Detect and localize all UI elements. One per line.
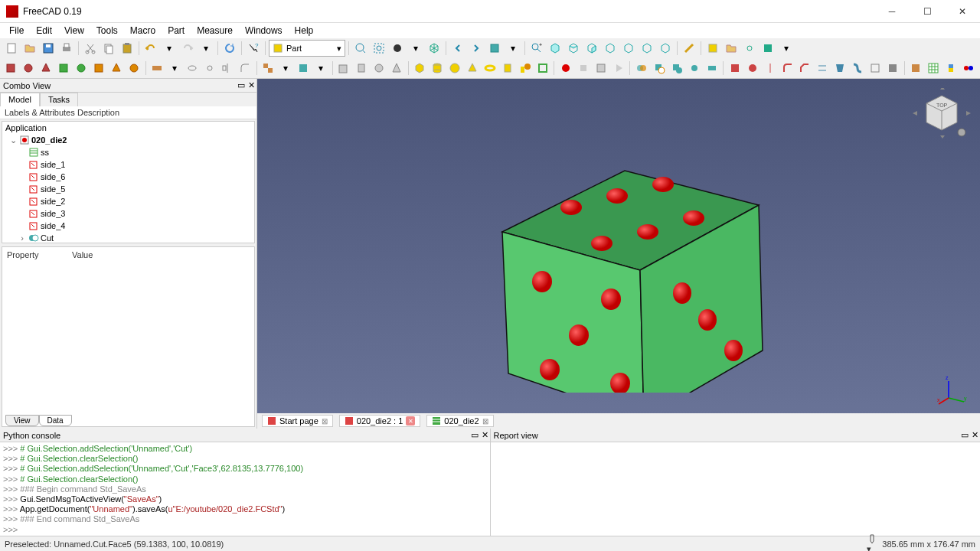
var-set-icon[interactable]	[149, 60, 165, 77]
extrude-icon[interactable]	[185, 60, 201, 77]
nav-forward-icon[interactable]	[468, 40, 485, 57]
tool1-icon[interactable]	[3, 60, 19, 77]
var-set-dropdown-icon[interactable]: ▾	[167, 60, 183, 77]
expand-icon[interactable]: ›	[18, 233, 27, 243]
front-view-icon[interactable]	[547, 40, 564, 57]
menu-edit[interactable]: Edit	[30, 24, 58, 37]
section-dropdown-icon[interactable]: ▾	[313, 60, 329, 77]
right-view-icon[interactable]	[583, 40, 600, 57]
maximize-button[interactable]: ☐	[916, 2, 939, 21]
navigation-cube[interactable]: TOP	[911, 88, 957, 134]
tree-item-side1[interactable]: side_1	[2, 158, 254, 171]
tree-item-ss[interactable]: ss	[2, 146, 254, 158]
panel-close-icon[interactable]: ✕	[482, 430, 488, 440]
menu-help[interactable]: Help	[289, 24, 320, 37]
tree-item-side4[interactable]: side_4	[2, 220, 254, 232]
link-actions-dropdown-icon[interactable]: ▾	[778, 40, 795, 57]
paste-icon[interactable]	[119, 40, 136, 57]
tab-close-icon[interactable]: ✕	[406, 416, 415, 425]
copy-icon[interactable]	[100, 40, 117, 57]
menu-windows[interactable]: Windows	[239, 24, 289, 37]
offset-icon[interactable]	[867, 60, 884, 77]
tool4-icon[interactable]	[56, 60, 72, 77]
link-nav-dropdown-icon[interactable]: ▾	[505, 40, 521, 57]
menu-tools[interactable]: Tools	[90, 24, 124, 37]
undo-dropdown-icon[interactable]: ▾	[161, 40, 178, 57]
section-icon[interactable]	[296, 60, 312, 77]
tree-doc[interactable]: ⌄ 020_die2	[2, 134, 254, 146]
tool6-icon[interactable]	[91, 60, 107, 77]
redo-dropdown-icon[interactable]: ▾	[198, 40, 214, 57]
refresh-icon[interactable]	[221, 40, 238, 57]
tree-item-side3[interactable]: side_3	[2, 207, 254, 220]
bottom-tab-view[interactable]: View	[5, 415, 39, 426]
menu-part[interactable]: Part	[162, 24, 191, 37]
tab-tasks[interactable]: Tasks	[40, 93, 78, 106]
link-icon[interactable]	[741, 40, 758, 57]
fit-selection-icon[interactable]	[371, 40, 387, 57]
fillet-icon[interactable]	[237, 60, 253, 77]
doc-tab-die2-1[interactable]: 020_die2 : 1 ✕	[339, 415, 421, 427]
tree-root[interactable]: Application	[2, 122, 254, 134]
tool8-icon[interactable]	[126, 60, 142, 77]
tool3-icon[interactable]	[38, 60, 54, 77]
whatsthis-icon[interactable]: ?	[245, 40, 262, 57]
bounding-box-icon[interactable]	[426, 40, 443, 57]
tree-item-side6[interactable]: side_6	[2, 171, 254, 183]
python-icon[interactable]	[943, 60, 959, 77]
thickness-icon[interactable]	[885, 60, 901, 77]
bottom-view-icon[interactable]	[620, 40, 637, 57]
save-icon[interactable]	[40, 40, 57, 57]
draw-dropdown-icon[interactable]: ▾	[407, 40, 424, 57]
tab-close-icon[interactable]: ⊠	[482, 417, 488, 425]
appearance-icon[interactable]	[961, 60, 977, 77]
measure-icon[interactable]	[681, 40, 697, 57]
minimize-button[interactable]: ─	[880, 2, 903, 21]
spreadsheet-icon[interactable]	[926, 60, 942, 77]
panel-float-icon[interactable]: ▭	[237, 80, 245, 90]
primitive-cylinder-icon[interactable]	[354, 60, 370, 77]
group-icon[interactable]	[723, 40, 740, 57]
tree-item-side5[interactable]: side_5	[2, 183, 254, 195]
link-actions-icon[interactable]	[760, 40, 776, 57]
link-nav-icon[interactable]	[486, 40, 503, 57]
expand-icon[interactable]: ⌄	[8, 135, 18, 145]
revolve-icon[interactable]	[202, 60, 218, 77]
redo-icon[interactable]	[179, 40, 196, 57]
doc-tab-start[interactable]: Start page ⊠	[262, 415, 333, 427]
menu-view[interactable]: View	[58, 24, 90, 37]
part-icon[interactable]	[704, 40, 721, 57]
tree-item-cut[interactable]: ›Cut	[2, 232, 254, 243]
workbench-selector[interactable]: Part ▾	[269, 40, 345, 57]
tab-close-icon[interactable]: ⊠	[322, 417, 328, 425]
open-file-icon[interactable]	[21, 40, 38, 57]
print-icon[interactable]	[58, 40, 75, 57]
panel-close-icon[interactable]: ✕	[248, 80, 255, 90]
bottom-tab-data[interactable]: Data	[39, 415, 72, 426]
axo-view-icon[interactable]	[657, 40, 674, 57]
mirror-icon[interactable]	[220, 60, 236, 77]
new-file-icon[interactable]	[3, 40, 20, 57]
isometric-view-icon[interactable]: +	[528, 40, 545, 57]
model-tree[interactable]: Application ⌄ 020_die2 ss side_1 side_6 …	[2, 121, 255, 243]
compound-icon[interactable]	[260, 60, 276, 77]
nav-style-icon[interactable]: ▾	[867, 533, 877, 551]
console-output[interactable]: >>> # Gui.Selection.addSelection('Unname…	[0, 442, 490, 536]
rear-view-icon[interactable]	[602, 40, 619, 57]
tool2-icon[interactable]	[21, 60, 37, 77]
3d-view[interactable]: TOP zyx	[257, 79, 980, 413]
panel-float-icon[interactable]: ▭	[961, 430, 969, 440]
panel-close-icon[interactable]: ✕	[972, 430, 978, 440]
primitive-box-icon[interactable]	[336, 60, 352, 77]
menu-macro[interactable]: Macro	[124, 24, 162, 37]
undo-icon[interactable]	[142, 40, 159, 57]
panel-float-icon[interactable]: ▭	[471, 430, 479, 440]
tree-item-side2[interactable]: side_2	[2, 195, 254, 207]
nav-back-icon[interactable]	[449, 40, 466, 57]
tool5-icon[interactable]	[74, 60, 90, 77]
menu-file[interactable]: File	[3, 24, 30, 37]
sweep-icon[interactable]	[850, 60, 866, 77]
fit-view-icon[interactable]	[352, 40, 369, 57]
close-button[interactable]: ✕	[951, 2, 974, 21]
tool7-icon[interactable]	[109, 60, 125, 77]
